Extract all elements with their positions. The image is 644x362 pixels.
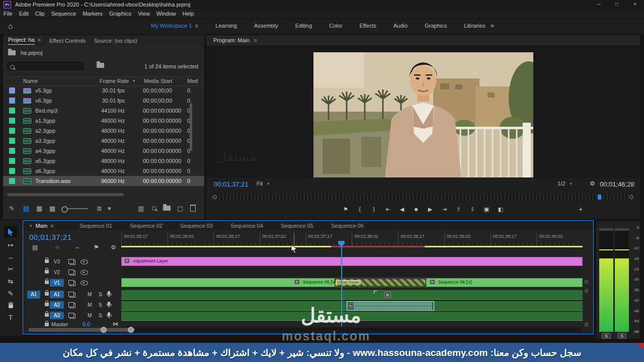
play-stop-button[interactable]: ■ [412, 204, 421, 214]
sync-lock-icon[interactable] [68, 302, 74, 307]
source-patch-button[interactable]: A1 [27, 291, 40, 299]
label-color-chip[interactable] [9, 158, 15, 164]
mark-in-button[interactable]: { [355, 204, 365, 214]
nest-toggle-icon[interactable]: ▤ [32, 244, 38, 251]
audio-track-header[interactable]: A2 M S [23, 300, 121, 311]
project-item-row[interactable]: a4.3gpp 48000 Hz 00:00:00:00000 0 [3, 146, 204, 156]
menu-item[interactable]: Help [183, 11, 194, 17]
sync-lock-icon[interactable] [68, 292, 74, 297]
toggle-track-output-eye-icon[interactable] [80, 270, 88, 275]
delete-button[interactable] [190, 205, 196, 213]
mute-button[interactable]: M [88, 302, 92, 308]
sort-caret-icon[interactable]: ▾ [108, 205, 111, 212]
workspace-tab[interactable]: Assembly [254, 23, 278, 29]
sequence-tab[interactable]: Sequence 05 [275, 223, 325, 229]
find-button[interactable] [152, 205, 156, 212]
lock-icon[interactable] [45, 313, 49, 317]
label-color-chip[interactable] [9, 148, 15, 154]
maximize-button[interactable]: □ [608, 0, 626, 9]
panel-tab[interactable]: Source: (no clips) [94, 38, 137, 44]
scrubber-left-handle[interactable] [213, 195, 217, 199]
export-frame-button[interactable]: ▣ [482, 204, 492, 214]
workspace-tab[interactable]: Audio [393, 23, 408, 29]
project-item-row[interactable]: Bird.mp3 44100 Hz 00:00:00:00000 0 [3, 106, 204, 116]
audio-track-header[interactable]: A3 M S [23, 311, 121, 321]
track-select-forward-tool[interactable]: ↦ [4, 239, 17, 250]
mute-button[interactable]: M [88, 313, 92, 318]
solo-left-button[interactable]: S [602, 333, 611, 339]
panel-menu-icon[interactable]: ≡ [38, 37, 41, 45]
project-item-row[interactable]: v6.3gp 30.01 fps 00;00;00;00 0 [3, 96, 204, 106]
workspace-tab[interactable]: Effects [360, 23, 376, 29]
label-color-chip[interactable] [9, 168, 15, 174]
project-item-row[interactable]: Transition.wav 96000 Hz 00:00:00:00000 0 [3, 176, 204, 186]
menu-item[interactable]: Graphics [109, 11, 131, 17]
panel-tab[interactable]: Project: ha ≡ [8, 37, 41, 45]
scrubber-right-handle[interactable] [629, 195, 633, 199]
step-forward-button[interactable]: ▶ [426, 204, 435, 214]
program-monitor-title[interactable]: Program: Main [213, 37, 250, 43]
sequence-tab[interactable]: × Main ≡ [23, 223, 73, 229]
column-media-start[interactable]: Media Start [144, 78, 172, 84]
workspace-tab[interactable]: Graphics [425, 23, 447, 29]
label-color-chip[interactable] [9, 98, 15, 104]
project-item-row[interactable]: a1.3gpp 48000 Hz 00:00:00:00000 0 [3, 116, 204, 126]
scrollbar-thumb[interactable] [28, 328, 135, 332]
sync-lock-icon[interactable] [68, 259, 74, 264]
snap-toggle-icon[interactable]: ∩ [55, 244, 60, 251]
tab-close-icon[interactable]: × [29, 223, 32, 229]
track-target-button[interactable]: V1 [50, 279, 64, 287]
selection-tool[interactable] [4, 226, 17, 237]
cross-zoom-transition[interactable]: Cross Zoom [335, 279, 426, 287]
close-button[interactable]: × [626, 0, 644, 9]
extract-button[interactable]: ⇩ [468, 204, 477, 214]
sequence-tab[interactable]: Sequence 03 [174, 223, 224, 229]
comparison-view-button[interactable]: ◧ [496, 204, 506, 214]
fx-badge[interactable]: fx [384, 292, 391, 298]
track-target-button[interactable]: A1 [50, 291, 64, 298]
zoom-level-select[interactable]: Fit ▾ [257, 180, 269, 187]
workspace-tab[interactable]: Editing [295, 23, 312, 29]
project-item-row[interactable]: a5.3gpp 48000 Hz 00:00:00:00000 0 [3, 156, 204, 166]
workspace-tab-menu-icon[interactable]: ≡ [195, 23, 198, 29]
button-editor-plus[interactable]: + [579, 204, 583, 214]
workspace-tab[interactable]: Learning [215, 23, 237, 29]
ripple-edit-tool[interactable]: ↔ [4, 251, 17, 262]
fx-badge[interactable]: fx [430, 280, 435, 285]
new-item-button[interactable]: ▢ [177, 205, 183, 212]
project-writable-icon[interactable]: ✎ [9, 205, 15, 212]
label-color-chip[interactable] [9, 87, 15, 94]
clip-sequence-05[interactable]: fx Sequence 05 [V] Cross Zoom fx Sequenc… [121, 278, 583, 287]
sync-lock-icon[interactable] [68, 280, 74, 285]
sort-ascending-icon[interactable]: ▴ [133, 78, 135, 82]
sequence-tab[interactable]: Sequence 04 [224, 223, 275, 229]
timeline-ruler[interactable]: 00;01;35;1700;01;36;0200;01;36;1700;01;3… [121, 233, 583, 246]
menu-item[interactable]: Markers [83, 11, 103, 17]
menu-item[interactable]: Clip [35, 11, 45, 17]
slip-tool[interactable]: ⇆ [4, 276, 17, 287]
track-target-button[interactable]: A3 [50, 312, 64, 319]
linked-selection-icon[interactable]: ⇔ [74, 244, 80, 251]
sequence-tab[interactable]: Sequence 01 [73, 223, 124, 229]
toggle-track-output-eye-icon[interactable] [80, 259, 88, 264]
video-track-header[interactable]: V2 [23, 267, 121, 278]
fit-icon[interactable]: ⋈ [113, 321, 118, 327]
menu-item[interactable]: View [138, 11, 150, 17]
panel-menu-icon[interactable]: ≡ [254, 37, 257, 43]
label-color-chip[interactable] [9, 178, 15, 184]
panel-menu-icon[interactable]: ≡ [50, 223, 53, 229]
new-bin-button[interactable] [163, 205, 171, 212]
voiceover-mic-icon[interactable] [108, 291, 110, 295]
monitor-settings-wrench-icon[interactable]: ⚙ [590, 180, 595, 187]
icon-view-button[interactable]: ▦ [36, 205, 42, 212]
timeline-current-timecode[interactable]: 00;01;37;21 [29, 233, 72, 241]
solo-button[interactable]: S [99, 302, 102, 308]
column-frame-rate[interactable]: Frame Rate [100, 78, 129, 84]
project-item-row[interactable]: a6.3gpp 48000 Hz 00:00:00:00000 0 [3, 166, 204, 176]
menu-item[interactable]: File [4, 11, 13, 17]
sort-icons-button[interactable]: ≣ [97, 205, 102, 212]
search-bin-button[interactable] [97, 63, 104, 69]
add-marker-button[interactable]: ⚑ [341, 204, 351, 214]
solo-button[interactable]: S [99, 292, 102, 297]
timeline-settings-wrench-icon[interactable]: ⚙ [111, 244, 116, 251]
